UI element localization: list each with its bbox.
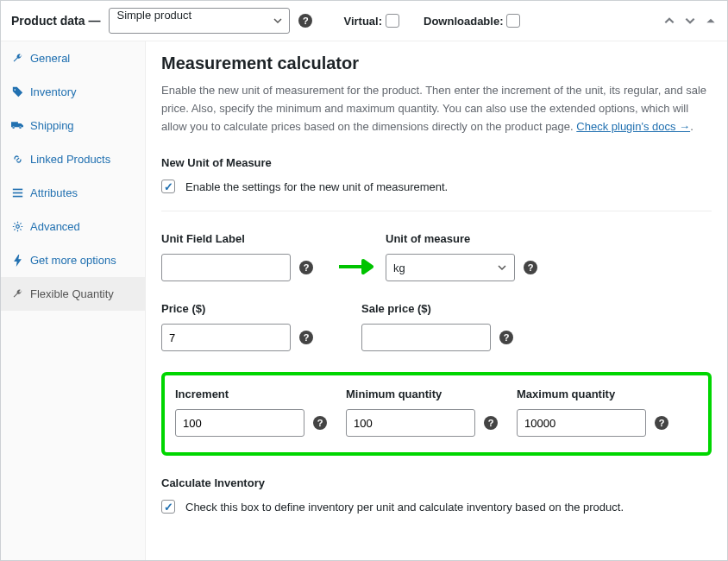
link-icon	[11, 154, 23, 166]
product-type-select-wrap: Simple product	[109, 8, 290, 34]
tag-icon	[11, 86, 23, 98]
sidebar-item-inventory[interactable]: Inventory	[1, 75, 145, 109]
page-title: Measurement calculator	[161, 54, 712, 73]
product-data-panel: Product data — Simple product ? Virtual:…	[0, 0, 728, 561]
gear-icon	[11, 221, 23, 233]
help-icon[interactable]: ?	[524, 261, 537, 274]
panel-body: General Inventory Shipping Linked Produc…	[1, 41, 727, 560]
increment-input[interactable]	[175, 409, 304, 437]
chevron-down-icon	[497, 262, 507, 273]
downloadable-label: Downloadable:	[424, 15, 503, 28]
field-unit-of-measure: Unit of measure kg ?	[386, 232, 537, 281]
sidebar-item-label: Advanced	[30, 220, 80, 233]
sidebar-item-label: Get more options	[30, 254, 116, 267]
sidebar-item-flexible-quantity[interactable]: Flexible Quantity	[1, 277, 145, 311]
price-label: Price ($)	[161, 302, 313, 315]
sidebar-item-general[interactable]: General	[1, 41, 145, 75]
divider	[161, 211, 712, 211]
unit-field-label-label: Unit Field Label	[161, 232, 313, 245]
unit-of-measure-value: kg	[393, 262, 405, 274]
enable-row: Enable the settings for the new unit of …	[161, 180, 712, 193]
field-price: Price ($) ?	[161, 302, 313, 351]
help-icon[interactable]: ?	[299, 331, 313, 344]
enable-label: Enable the settings for the new unit of …	[185, 180, 448, 193]
sidebar-item-label: Flexible Quantity	[30, 287, 114, 300]
main-content: Measurement calculator Enable the new un…	[146, 41, 727, 560]
min-qty-input[interactable]	[346, 409, 475, 437]
help-icon[interactable]: ?	[299, 261, 313, 274]
collapse-icon[interactable]	[705, 15, 717, 27]
highlight-box: Increment ? Minimum quantity ?	[161, 372, 712, 456]
wrench-icon	[11, 53, 23, 65]
price-input[interactable]	[161, 324, 291, 351]
virtual-group: Virtual:	[343, 14, 399, 28]
sidebar-item-label: Shipping	[30, 119, 74, 132]
help-icon[interactable]: ?	[313, 416, 327, 430]
downloadable-checkbox[interactable]	[506, 14, 520, 28]
help-icon[interactable]: ?	[484, 416, 498, 430]
calc-inventory-label: Check this box to define inventory per u…	[185, 501, 624, 514]
help-icon[interactable]: ?	[298, 14, 312, 28]
panel-title: Product data —	[11, 14, 100, 28]
docs-link[interactable]: Check plugin's docs →	[576, 120, 690, 133]
sale-price-label: Sale price ($)	[361, 302, 513, 315]
chevron-down-icon[interactable]	[684, 15, 696, 27]
header-right-controls	[663, 15, 717, 27]
list-icon	[11, 187, 23, 199]
help-icon[interactable]: ?	[655, 416, 668, 430]
bolt-icon	[11, 255, 23, 267]
field-sale-price: Sale price ($) ?	[361, 302, 513, 351]
sidebar-item-more[interactable]: Get more options	[1, 243, 145, 277]
chevron-up-icon[interactable]	[663, 15, 675, 27]
sidebar-item-label: General	[30, 52, 70, 65]
max-qty-input[interactable]	[517, 409, 646, 437]
new-unit-heading: New Unit of Measure	[161, 156, 712, 169]
min-qty-label: Minimum quantity	[346, 388, 498, 400]
sidebar-item-advanced[interactable]: Advanced	[1, 210, 145, 243]
increment-label: Increment	[175, 388, 327, 400]
help-icon[interactable]: ?	[499, 331, 513, 344]
sidebar-item-linked[interactable]: Linked Products	[1, 142, 145, 176]
sidebar-item-attributes[interactable]: Attributes	[1, 176, 145, 210]
sidebar-item-shipping[interactable]: Shipping	[1, 109, 145, 142]
sidebar-item-label: Linked Products	[30, 153, 110, 166]
field-row-2: Price ($) ? Sale price ($) ?	[161, 302, 712, 351]
downloadable-group: Downloadable:	[424, 14, 520, 28]
unit-field-label-input[interactable]	[161, 254, 291, 281]
field-increment: Increment ?	[175, 388, 327, 437]
truck-icon	[11, 120, 23, 132]
svg-rect-2	[12, 196, 22, 198]
unit-of-measure-select[interactable]: kg	[386, 254, 515, 281]
svg-rect-0	[12, 189, 22, 191]
field-max-qty: Maximum quantity ?	[517, 388, 668, 437]
field-row-3: Increment ? Minimum quantity ?	[175, 388, 698, 437]
description: Enable the new unit of measurement for t…	[161, 82, 712, 136]
field-unit-field-label: Unit Field Label ?	[161, 232, 313, 281]
calc-inventory-heading: Calculate Inventory	[161, 476, 712, 489]
virtual-checkbox[interactable]	[386, 14, 399, 28]
product-type-value: Simple product	[116, 9, 191, 22]
enable-checkbox[interactable]	[161, 180, 175, 193]
calc-inventory-checkbox[interactable]	[161, 500, 175, 514]
field-row-1: Unit Field Label ? Unit of measure kg	[161, 232, 712, 281]
svg-point-3	[16, 225, 19, 229]
arrow-icon	[337, 259, 373, 273]
virtual-label: Virtual:	[343, 15, 382, 28]
product-type-select[interactable]: Simple product	[109, 8, 290, 34]
calc-inventory-row: Check this box to define inventory per u…	[161, 500, 712, 514]
sidebar-item-label: Inventory	[30, 85, 76, 98]
sidebar-item-label: Attributes	[30, 186, 78, 199]
sale-price-input[interactable]	[361, 324, 491, 351]
wrench-icon	[11, 288, 23, 300]
max-qty-label: Maximum quantity	[517, 388, 668, 400]
sidebar: General Inventory Shipping Linked Produc…	[1, 41, 146, 560]
unit-of-measure-label: Unit of measure	[386, 232, 537, 245]
field-min-qty: Minimum quantity ?	[346, 388, 498, 437]
svg-rect-1	[12, 192, 22, 194]
panel-header: Product data — Simple product ? Virtual:…	[1, 1, 727, 41]
